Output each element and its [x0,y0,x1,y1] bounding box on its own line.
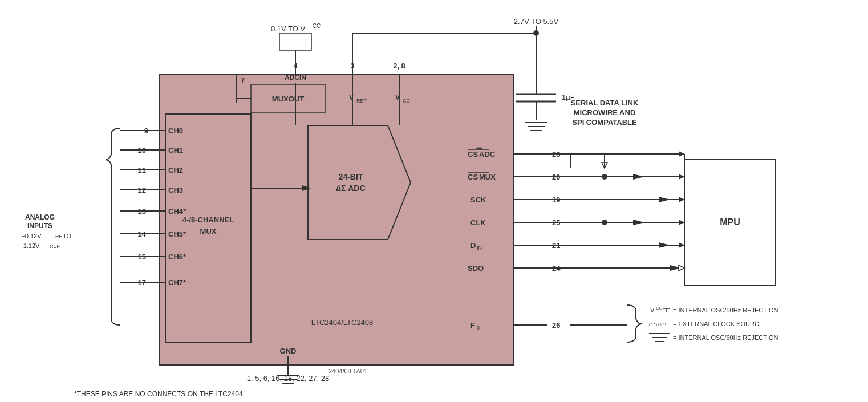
svg-text:0.1V TO V: 0.1V TO V [271,25,306,33]
svg-text:−0.12V: −0.12V [21,233,42,239]
svg-text:TO: TO [63,233,72,239]
svg-text:∆Σ ADC: ∆Σ ADC [336,184,365,193]
svg-text:CH6*: CH6* [168,253,186,261]
svg-text:*THESE PINS ARE NO CONNECTS ON: *THESE PINS ARE NO CONNECTS ON THE LTC24… [74,390,243,398]
svg-text:SCK: SCK [470,196,486,204]
svg-text:26: 26 [552,321,560,330]
svg-text:CH3: CH3 [168,186,183,194]
svg-text:CC: CC [403,98,410,104]
svg-text:REF: REF [50,243,60,249]
svg-text:24-BIT: 24-BIT [339,172,363,181]
svg-text:CC: CC [656,306,663,311]
svg-text:CH5*: CH5* [168,230,186,238]
svg-text:0: 0 [477,325,480,331]
svg-text:REF: REF [356,98,367,104]
svg-text:IN: IN [477,245,482,251]
svg-text:∩∩∩∩: ∩∩∩∩ [648,320,667,327]
diagram-container: MUXOUT 4-/8-CHANNEL MUX 24-BIT ∆Σ ADC LT… [0,0,868,402]
svg-text:CH7*: CH7* [168,278,186,287]
svg-text:CH4*: CH4* [168,207,186,216]
svg-text:CLK: CLK [470,218,486,227]
svg-text:SERIAL DATA LINK: SERIAL DATA LINK [571,99,639,107]
svg-text:= INTERNAL OSC/60Hz REJECTION: = INTERNAL OSC/60Hz REJECTION [673,334,778,341]
svg-text:1.12V: 1.12V [23,242,40,249]
svg-text:3: 3 [350,62,354,70]
svg-text:4: 4 [293,62,298,70]
svg-text:D: D [470,241,476,250]
svg-text:ANALOG: ANALOG [25,213,55,221]
svg-text:CC: CC [313,23,321,29]
svg-text:MUX: MUX [200,227,217,235]
svg-text:CH1: CH1 [168,146,183,155]
svg-text:MUXOUT: MUXOUT [272,95,304,103]
svg-text:2, 8: 2, 8 [393,62,405,70]
svg-text:F: F [470,321,475,330]
svg-text:MPU: MPU [720,217,740,227]
svg-text:4-/8-CHANNEL: 4-/8-CHANNEL [182,216,234,224]
svg-text:MICROWIRE AND: MICROWIRE AND [574,108,636,117]
svg-text:GND: GND [280,347,297,355]
svg-text:2.7V TO 5.5V: 2.7V TO 5.5V [514,17,559,26]
svg-text:V: V [650,307,655,314]
svg-text:MUX: MUX [479,173,496,181]
svg-text:V: V [349,94,354,101]
svg-rect-14 [279,33,311,50]
svg-text:2404/08 TA01: 2404/08 TA01 [328,368,367,375]
svg-marker-7 [308,125,411,239]
svg-text:CH2: CH2 [168,166,183,174]
svg-text:SPI COMPATABLE: SPI COMPATABLE [572,118,637,127]
svg-text:= INTERNAL OSC/50Hz REJECTION: = INTERNAL OSC/50Hz REJECTION [673,307,778,314]
svg-text:CS: CS [468,173,478,181]
svg-text:INPUTS: INPUTS [27,222,52,230]
svg-text:LTC2404/LTC2408: LTC2404/LTC2408 [311,318,374,327]
svg-text:= EXTERNAL CLOCK SOURCE: = EXTERNAL CLOCK SOURCE [673,320,763,327]
svg-text:ADC: ADC [479,150,496,159]
svg-text:CH0: CH0 [168,127,183,135]
svg-text:ADCIN: ADCIN [285,74,306,82]
svg-text:SDO: SDO [468,264,484,273]
svg-text:7: 7 [241,76,245,84]
